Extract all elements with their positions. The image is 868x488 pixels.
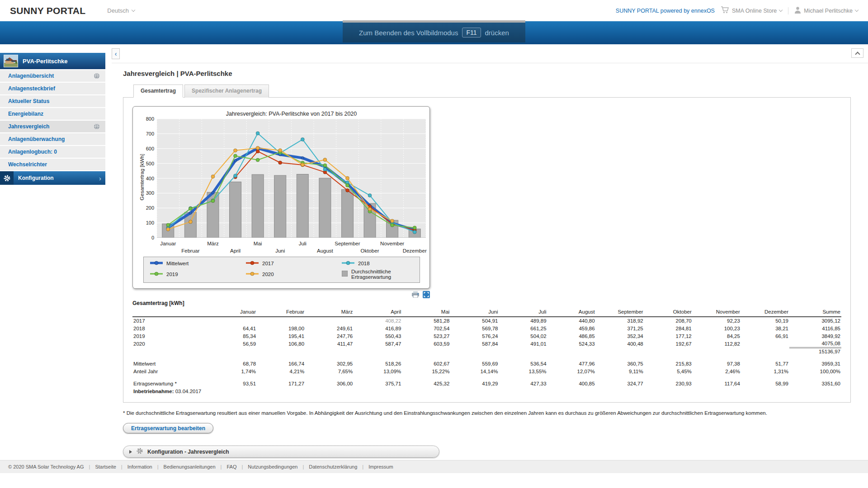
x-tick-label: Januar — [149, 241, 187, 246]
sidebar-item-anlagen-berwachung[interactable]: Anlagenüberwachung — [0, 133, 105, 145]
plant-header[interactable]: PVA-Perlitschke — [0, 53, 105, 69]
column-header: Juni — [450, 308, 499, 317]
column-header: Oktober — [644, 308, 693, 317]
footnote: * Die durchschnittliche Ertragserwartung… — [123, 410, 833, 416]
column-header: April — [354, 308, 402, 317]
year-comparison-chart: Jahresvergleich: PVA-Perlitschke von 201… — [132, 106, 430, 289]
legend-swatch — [150, 271, 163, 277]
banner-text-after: drücken — [485, 29, 509, 37]
sidebar-item-anlagenlogbuch-0[interactable]: Anlagenlogbuch: 0 — [0, 146, 105, 158]
sunny-portal-page: SUNNY PORTAL Deutsch SUNNY PORTAL powere… — [0, 0, 868, 488]
legend-item-mittelwert: Mittelwert — [150, 260, 246, 267]
x-tick-label: Juli — [283, 241, 321, 246]
tab-gesamtertrag[interactable]: Gesamtertrag — [133, 84, 183, 98]
footer: © 2020 SMA Solar Technology AG|Startseit… — [0, 460, 868, 488]
footer-bar: © 2020 SMA Solar Technology AG|Startseit… — [0, 460, 868, 473]
footer-link-bedienungsanleitungen[interactable]: Bedienungsanleitungen — [164, 464, 216, 469]
language-selector[interactable]: Deutsch — [107, 7, 135, 14]
config-accordion[interactable]: Konfiguration - Jahresvergleich — [123, 446, 439, 458]
column-header: September — [596, 308, 644, 317]
y-tick-label: 100 — [134, 220, 154, 225]
banner-text-before: Zum Beenden des Vollbildmodus — [359, 29, 458, 37]
row-label: Ertragserwartung * — [132, 380, 208, 387]
chart-plot — [157, 119, 426, 238]
y-tick-label: 300 — [134, 190, 154, 196]
legend-swatch — [342, 260, 354, 267]
x-tick-label: Mai — [239, 241, 277, 246]
x-tick-label: Oktober — [351, 248, 389, 253]
x-tick-label: September — [328, 241, 366, 246]
row-sum: 4116,85 — [789, 324, 841, 332]
language-label: Deutsch — [107, 7, 129, 14]
row-sum: 3351,60 — [789, 380, 841, 387]
footer-link-startseite[interactable]: Startseite — [95, 464, 116, 469]
sidebar-item-label: Energiebilanz — [8, 111, 43, 117]
tab-spezifischer-anlagenertrag[interactable]: Spezifischer Anlagenertrag — [184, 84, 269, 98]
y-tick-label: 200 — [134, 205, 154, 211]
legend-item-2019: 2019 — [150, 271, 246, 277]
store-label: SMA Online Store — [732, 8, 777, 14]
y-tick-label: 700 — [134, 131, 154, 136]
column-header: März — [305, 308, 354, 317]
footer-link-datenschutzerkl-rung[interactable]: Datenschutzerklärung — [309, 464, 357, 469]
footer-link-nutzungsbedingungen[interactable]: Nutzungsbedingungen — [248, 464, 297, 469]
sidebar-item-konfiguration[interactable]: Konfiguration › — [0, 171, 105, 185]
sidebar-item-label: Aktueller Status — [8, 98, 49, 104]
scroll-top-button[interactable] — [851, 48, 863, 58]
row-label: 2019 — [132, 332, 208, 340]
print-chart-icon[interactable] — [411, 291, 420, 298]
table-row-anteil-jahr: Anteil Jahr1,74%4,21%7,65%13,09%15,22%14… — [132, 367, 841, 375]
legend-swatch — [342, 271, 348, 277]
column-header: November — [693, 308, 741, 317]
chevron-right-icon: › — [99, 174, 105, 182]
accordion-arrow-icon — [129, 450, 132, 454]
column-header: Juli — [499, 308, 547, 317]
legend-label: 2018 — [358, 261, 370, 266]
sidebar: PVA-Perlitschke AnlagenübersichtAnlagens… — [0, 44, 105, 460]
fullscreen-icon[interactable] — [423, 291, 430, 298]
x-tick-label: März — [194, 241, 232, 246]
powered-by-link[interactable]: SUNNY PORTAL powered by ennexOS — [616, 8, 715, 14]
sidebar-item-wechselrichter[interactable]: Wechselrichter — [0, 159, 105, 170]
sidebar-item-jahresvergleich[interactable]: Jahresvergleich — [0, 121, 105, 132]
plant-name: PVA-Perlitschke — [23, 58, 67, 65]
yield-table: JanuarFebruarMärzAprilMaiJuniJuliAugustS… — [132, 308, 841, 395]
x-tick-label: April — [217, 248, 255, 253]
table-row-commissioning: Inbetriebnahme: 03.04.2017 — [132, 387, 841, 395]
app-logo: SUNNY PORTAL — [10, 5, 85, 16]
sidebar-item-aktueller-status[interactable]: Aktueller Status — [0, 95, 105, 107]
online-store-menu[interactable]: SMA Online Store — [721, 6, 782, 15]
footer-link-faq[interactable]: FAQ — [226, 464, 236, 469]
y-tick-label: 400 — [134, 176, 154, 181]
legend-item-durchschnittliche-ertragserwartung: Durchschnittliche Ertragserwartung — [342, 269, 413, 280]
sidebar-item-label: Anlagensteckbrief — [8, 85, 55, 92]
row-sum: 100,00% — [789, 367, 841, 375]
row-sum: 4075,08 — [789, 340, 841, 347]
footer-link-information[interactable]: Information — [127, 464, 152, 469]
row-label: 2020 — [132, 340, 208, 347]
legend-label: 2017 — [262, 261, 274, 266]
globe-icon — [94, 73, 100, 79]
row-sum: 3849,92 — [789, 332, 841, 340]
row-sum: 3959,31 — [789, 360, 841, 367]
f11-key-badge: F11 — [462, 28, 481, 38]
plant-photo — [4, 55, 18, 67]
edit-expectation-button[interactable]: Ertragserwartung bearbeiten — [123, 423, 213, 433]
sidebar-item-label: Anlagenüberwachung — [8, 136, 65, 142]
user-menu[interactable]: Michael Perlitschke — [794, 6, 858, 15]
y-tick-label: 600 — [134, 146, 154, 151]
content-panel: Jahresvergleich: PVA-Perlitschke von 201… — [123, 97, 851, 403]
sidebar-item-label: Anlagenübersicht — [8, 73, 54, 79]
chart-toolbar — [132, 291, 430, 298]
sidebar-item-energiebilanz[interactable]: Energiebilanz — [0, 108, 105, 120]
legend-item-2017: 2017 — [246, 260, 342, 267]
row-label: 2017 — [132, 317, 208, 324]
column-header: Februar — [257, 308, 305, 317]
globe-icon — [94, 123, 100, 130]
footer-link-impressum[interactable]: Impressum — [368, 464, 393, 469]
sidebar-item-anlagen-bersicht[interactable]: Anlagenübersicht — [0, 70, 105, 82]
table-title: Gesamtertrag [kWh] — [132, 300, 841, 306]
x-tick-label: Juni — [261, 248, 299, 253]
sidebar-item-anlagensteckbrief[interactable]: Anlagensteckbrief — [0, 83, 105, 94]
sidebar-collapse-button[interactable]: ‹ — [112, 48, 120, 59]
